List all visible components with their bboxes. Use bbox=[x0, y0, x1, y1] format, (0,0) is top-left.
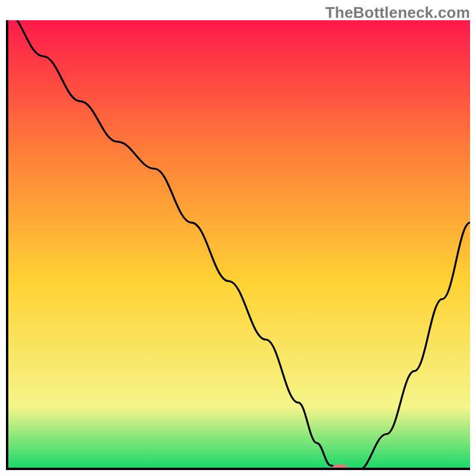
watermark-text: TheBottleneck.com bbox=[325, 4, 470, 22]
y-axis bbox=[6, 20, 8, 470]
plot-svg bbox=[6, 20, 470, 470]
chart-container: TheBottleneck.com bbox=[0, 0, 476, 476]
x-axis bbox=[6, 468, 470, 470]
